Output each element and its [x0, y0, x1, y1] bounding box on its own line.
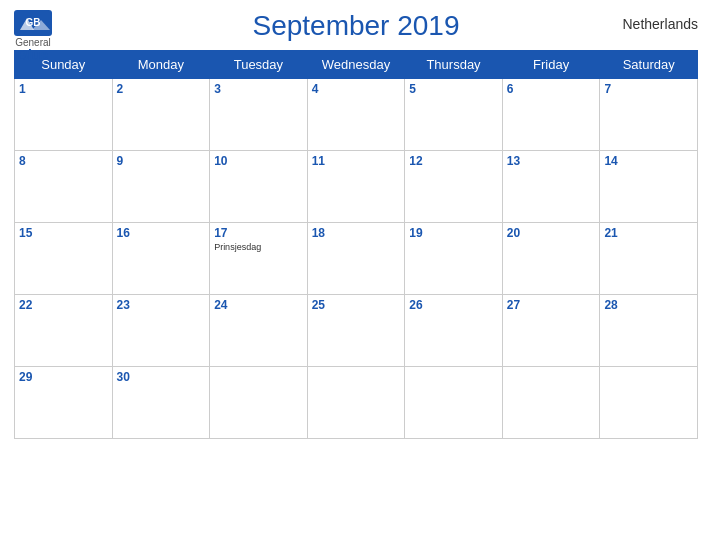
- calendar-cell: 10: [210, 151, 308, 223]
- calendar-cell: 7: [600, 79, 698, 151]
- day-number: 10: [214, 154, 303, 168]
- country-label: Netherlands: [623, 16, 699, 32]
- weekday-header-row: SundayMondayTuesdayWednesdayThursdayFrid…: [15, 51, 698, 79]
- day-number: 22: [19, 298, 108, 312]
- calendar-cell: 18: [307, 223, 405, 295]
- day-number: 13: [507, 154, 596, 168]
- calendar-cell: [600, 367, 698, 439]
- weekday-header: Thursday: [405, 51, 503, 79]
- day-number: 20: [507, 226, 596, 240]
- day-number: 27: [507, 298, 596, 312]
- calendar-week-row: 2930: [15, 367, 698, 439]
- calendar-cell: 30: [112, 367, 210, 439]
- calendar-cell: [405, 367, 503, 439]
- day-number: 8: [19, 154, 108, 168]
- day-number: 25: [312, 298, 401, 312]
- day-number: 28: [604, 298, 693, 312]
- calendar-cell: 24: [210, 295, 308, 367]
- day-number: 11: [312, 154, 401, 168]
- day-number: 29: [19, 370, 108, 384]
- day-number: 26: [409, 298, 498, 312]
- calendar-cell: 15: [15, 223, 113, 295]
- day-number: 14: [604, 154, 693, 168]
- logo-icon: GB: [14, 10, 52, 36]
- weekday-header: Wednesday: [307, 51, 405, 79]
- day-number: 24: [214, 298, 303, 312]
- day-number: 18: [312, 226, 401, 240]
- calendar-header: GB General Blue September 2019 Netherlan…: [14, 10, 698, 42]
- calendar-cell: 26: [405, 295, 503, 367]
- day-number: 16: [117, 226, 206, 240]
- calendar-cell: 20: [502, 223, 600, 295]
- day-number: 2: [117, 82, 206, 96]
- event-label: Prinsjesdag: [214, 242, 303, 252]
- calendar-title: September 2019: [252, 10, 459, 42]
- weekday-header: Friday: [502, 51, 600, 79]
- day-number: 7: [604, 82, 693, 96]
- calendar-cell: 28: [600, 295, 698, 367]
- calendar-cell: 19: [405, 223, 503, 295]
- calendar-cell: [210, 367, 308, 439]
- calendar-table: SundayMondayTuesdayWednesdayThursdayFrid…: [14, 50, 698, 439]
- day-number: 15: [19, 226, 108, 240]
- weekday-header: Saturday: [600, 51, 698, 79]
- calendar-cell: 16: [112, 223, 210, 295]
- calendar-cell: 8: [15, 151, 113, 223]
- day-number: 30: [117, 370, 206, 384]
- calendar-cell: [502, 367, 600, 439]
- day-number: 3: [214, 82, 303, 96]
- day-number: 6: [507, 82, 596, 96]
- calendar-cell: 4: [307, 79, 405, 151]
- day-number: 19: [409, 226, 498, 240]
- calendar-cell: 29: [15, 367, 113, 439]
- calendar-cell: 12: [405, 151, 503, 223]
- calendar-cell: 9: [112, 151, 210, 223]
- calendar-cell: 5: [405, 79, 503, 151]
- calendar-cell: 14: [600, 151, 698, 223]
- day-number: 17: [214, 226, 303, 240]
- calendar-week-row: 891011121314: [15, 151, 698, 223]
- calendar-cell: 2: [112, 79, 210, 151]
- day-number: 23: [117, 298, 206, 312]
- day-number: 5: [409, 82, 498, 96]
- calendar-cell: 27: [502, 295, 600, 367]
- weekday-header: Monday: [112, 51, 210, 79]
- logo: GB General Blue: [14, 10, 52, 62]
- day-number: 1: [19, 82, 108, 96]
- calendar-cell: 11: [307, 151, 405, 223]
- day-number: 21: [604, 226, 693, 240]
- calendar-cell: 17Prinsjesdag: [210, 223, 308, 295]
- calendar-container: GB General Blue September 2019 Netherlan…: [0, 0, 712, 550]
- calendar-cell: 3: [210, 79, 308, 151]
- calendar-week-row: 1234567: [15, 79, 698, 151]
- day-number: 9: [117, 154, 206, 168]
- calendar-week-row: 22232425262728: [15, 295, 698, 367]
- calendar-cell: 25: [307, 295, 405, 367]
- calendar-cell: 22: [15, 295, 113, 367]
- calendar-cell: 23: [112, 295, 210, 367]
- calendar-cell: [307, 367, 405, 439]
- calendar-cell: 13: [502, 151, 600, 223]
- calendar-cell: 1: [15, 79, 113, 151]
- calendar-week-row: 151617Prinsjesdag18192021: [15, 223, 698, 295]
- calendar-cell: 6: [502, 79, 600, 151]
- day-number: 12: [409, 154, 498, 168]
- calendar-cell: 21: [600, 223, 698, 295]
- weekday-header: Tuesday: [210, 51, 308, 79]
- day-number: 4: [312, 82, 401, 96]
- logo-blue-text: Blue: [18, 48, 48, 62]
